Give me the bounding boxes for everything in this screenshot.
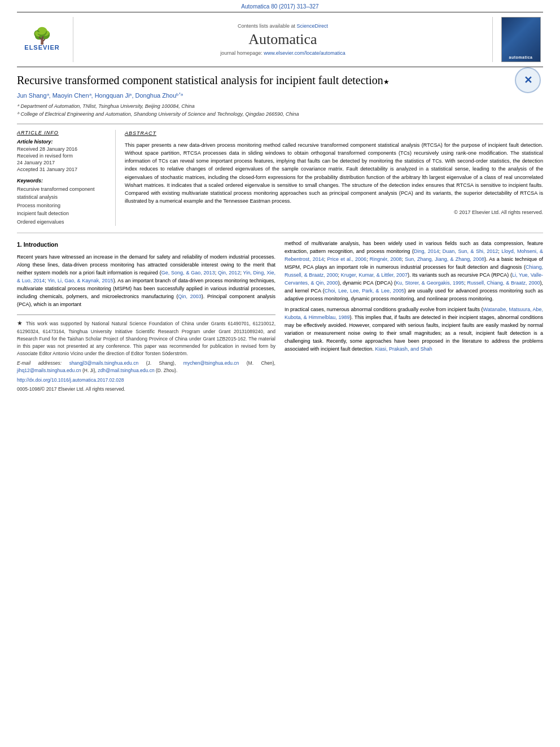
info-abstract-section: ARTICLE INFO Article history: Received 2… <box>17 124 543 226</box>
journal-citation: Automatica 80 (2017) 313–327 <box>241 3 318 10</box>
journal-homepage-line: journal homepage: www.elsevier.com/locat… <box>85 50 481 56</box>
ref-watanabe1989[interactable]: Watanabe, Matsuura, Abe, Kubota, & Himme… <box>285 307 543 320</box>
intro-para1: Recent years have witnessed an increase … <box>17 254 275 309</box>
ref-russell2000[interactable]: Russell, Chiang, & Braatz, 2000 <box>467 280 540 286</box>
cover-journal-name: automatica <box>509 55 533 59</box>
contents-available-line: Contents lists available at ScienceDirec… <box>85 23 481 29</box>
ref-sun2008[interactable]: Sun, Zhang, Jiang, & Zhang, 2008 <box>405 256 484 262</box>
ref-ku1995[interactable]: Ku, Storer, & Georgakis, 1995 <box>396 280 464 286</box>
ref-ringner2008[interactable]: Ringnér, 2008 <box>370 256 402 262</box>
body-col-left: 1. Introduction Recent years have witnes… <box>17 240 275 395</box>
article-history: Article history: Received 28 January 201… <box>17 139 108 172</box>
ref-choi2005[interactable]: Choi, Lee, Lee, Park, & Lee, 2005 <box>325 288 404 294</box>
ref-kruger2007[interactable]: Kruger, Kumar, & Littler, 2007 <box>341 272 408 278</box>
intro-para2: method of multivariate analysis, has bee… <box>285 240 543 303</box>
article-info-heading: ARTICLE INFO <box>17 130 108 136</box>
history-label: Article history: <box>17 139 108 145</box>
keyword-1: Recursive transformed component statisti… <box>17 185 108 202</box>
email-shang[interactable]: shangjl3@mails.tsinghua.edu.cn <box>69 360 139 366</box>
footnote-star: ★ This work was supported by National Na… <box>17 318 275 358</box>
paper-title: Recursive transformed component statisti… <box>17 73 401 88</box>
intro-para3: In practical cases, numerous abnormal co… <box>285 306 543 353</box>
keywords-label: Keywords: <box>17 178 108 184</box>
journal-url[interactable]: www.elsevier.com/locate/automatica <box>264 50 345 56</box>
keywords-section: Keywords: Recursive transformed componen… <box>17 178 108 226</box>
crossmark-badge[interactable]: ✕ <box>515 67 543 95</box>
abstract-heading: ABSTRACT <box>125 130 543 138</box>
revised-date: 24 January 2017 <box>17 160 108 165</box>
title-area: ✕ Recursive transformed component statis… <box>17 73 543 88</box>
ref-chiang2000[interactable]: Chiang, Russell, & Braatz, 2000 <box>285 264 543 278</box>
ref-ding2014[interactable]: Ding, 2014 <box>414 248 439 254</box>
email-chen[interactable]: mychen@tsinghua.edu.cn <box>183 360 239 366</box>
crossmark-icon: ✕ <box>515 67 541 93</box>
abstract-text: This paper presents a new data-driven pr… <box>125 141 543 206</box>
ref-kiasi[interactable]: Kiasi, Prakash, and Shah <box>375 346 432 352</box>
body-col-right: method of multivariate analysis, has bee… <box>285 240 543 395</box>
footnotes-left: ★ This work was supported by National Na… <box>17 314 275 393</box>
article-info-column: ARTICLE INFO Article history: Received 2… <box>17 130 116 226</box>
revised-label: Received in revised form <box>17 153 108 159</box>
main-content: ✕ Recursive transformed component statis… <box>0 67 560 400</box>
journal-cover-image: automatica <box>501 17 541 62</box>
journal-cover-section: automatica <box>492 17 543 62</box>
keyword-4: Ordered eigenvalues <box>17 218 108 226</box>
ref-yin2015[interactable]: Yin, Li, Gao, & Kaynak, 2015 <box>47 278 113 283</box>
ref-ge2013[interactable]: Ge, Song, & Gao, 2013 <box>161 270 215 276</box>
email-zhou[interactable]: zdh@mail.tsinghua.edu.cn <box>98 368 154 373</box>
email-ji[interactable]: jihq12@mails.tsinghua.edu.cn <box>17 368 81 373</box>
doi-line: http://dx.doi.org/10.1016/j.automatica.2… <box>17 377 275 384</box>
affiliation-b: ᵇ College of Electrical Engineering and … <box>17 111 543 119</box>
journal-header: 🌳 ELSEVIER Contents lists available at S… <box>17 12 543 67</box>
keyword-2: Process monitoring <box>17 202 108 209</box>
doi-link[interactable]: http://dx.doi.org/10.1016/j.automatica.2… <box>17 377 124 383</box>
footnote-emails: E-mail addresses: shangjl3@mails.tsinghu… <box>17 360 275 374</box>
introduction-title: 1. Introduction <box>17 240 275 249</box>
elsevier-logo-section: 🌳 ELSEVIER <box>17 17 73 62</box>
ref-qin2012[interactable]: Qin, 2012 <box>218 270 240 276</box>
affiliation-a: ᵃ Department of Automation, TNlist, Tsin… <box>17 103 543 111</box>
keyword-3: Incipient fault detection <box>17 209 108 217</box>
ref-price2006[interactable]: Price et al., 2006 <box>327 256 366 262</box>
section-divider <box>17 233 543 233</box>
journal-title: Automatica <box>85 31 481 48</box>
elsevier-tree-icon: 🌳 <box>32 28 52 44</box>
copyright-line: © 2017 Elsevier Ltd. All rights reserved… <box>125 209 543 217</box>
ref-qin2003[interactable]: Qin, 2003 <box>178 294 201 299</box>
authors-line: Jun Shangᵃ, Maoyin Chenᵃ, Hongquan Jiᵃ, … <box>17 92 543 99</box>
top-citation-bar: Automatica 80 (2017) 313–327 <box>0 0 560 12</box>
ref-duan2012[interactable]: Duan, Sun, & Shi, 2012 <box>443 248 498 254</box>
sciencedirect-link[interactable]: ScienceDirect <box>297 23 329 29</box>
issn-line: 0005-1098/© 2017 Elsevier Ltd. All right… <box>17 386 275 393</box>
abstract-column: ABSTRACT This paper presents a new data-… <box>125 130 543 226</box>
page-wrapper: Automatica 80 (2017) 313–327 🌳 ELSEVIER … <box>0 0 560 400</box>
received-date: Received 28 January 2016 <box>17 146 108 152</box>
affiliations: ᵃ Department of Automation, TNlist, Tsin… <box>17 103 543 118</box>
body-columns: 1. Introduction Recent years have witnes… <box>17 240 543 395</box>
journal-info-center: Contents lists available at ScienceDirec… <box>73 17 492 62</box>
accepted-date: Accepted 31 January 2017 <box>17 167 108 172</box>
elsevier-brand-text: ELSEVIER <box>24 44 59 51</box>
